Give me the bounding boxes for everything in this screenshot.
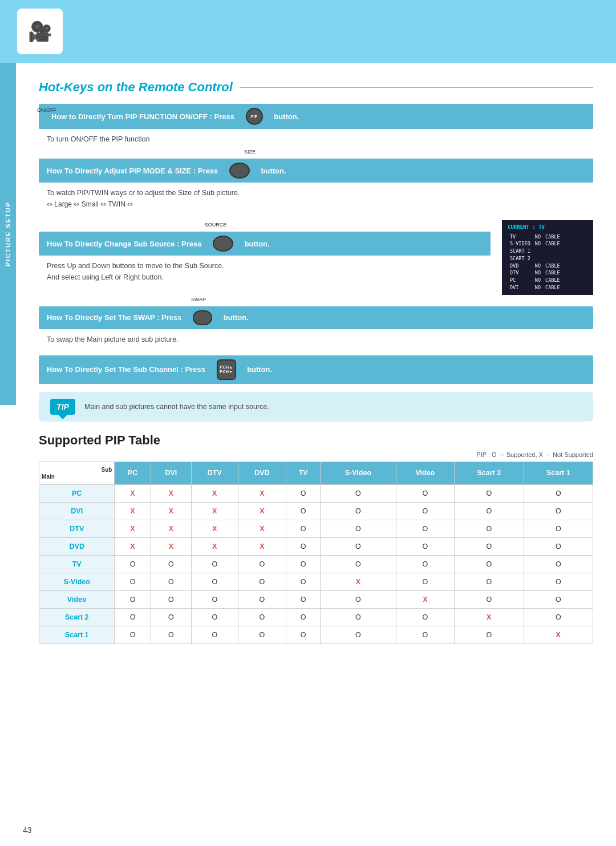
info-box-header: CURRENT : TV xyxy=(508,224,587,232)
source-row: SOURCE How To Directly Change Sub Source… xyxy=(39,220,593,295)
instruction-pip-source: SOURCE How To Directly Change Sub Source… xyxy=(39,220,593,295)
pip-table-row: TVOOOOOOOOO xyxy=(39,555,593,573)
instr-swap-text: How To Directly Set The SWAP : Press xyxy=(47,313,181,322)
pip-cell: O xyxy=(286,608,321,626)
pip-cell: O xyxy=(524,520,593,537)
instr-source-body2: And select using Left or Right button. xyxy=(47,272,483,283)
info-box-table: TVNOCABLE S-VIDEONOCABLE SCART 1 SCART 2… xyxy=(508,233,562,292)
pip-cell: O xyxy=(151,608,191,626)
pip-col-scart1: Scart 1 xyxy=(524,462,593,484)
pip-section-title: Supported PIP Table xyxy=(39,433,593,448)
pip-cell: O xyxy=(238,573,286,590)
instr-source-body1: Press Up and Down buttons to move to the… xyxy=(47,260,483,272)
pip-button: PIP xyxy=(246,108,263,125)
pip-row-label: DTV xyxy=(39,520,115,537)
pip-cell: O xyxy=(238,590,286,608)
pip-cell: O xyxy=(151,573,191,590)
main-content: Hot-Keys on the Remote Control ON/OFF Ho… xyxy=(16,63,616,655)
pip-cell: O xyxy=(115,626,151,643)
pip-cell: O xyxy=(115,608,151,626)
pip-table-row: S-VideoOOOOOXOOO xyxy=(39,573,593,590)
pip-row-label: Scart 2 xyxy=(39,608,115,626)
info-row-dvi: DVINOCABLE xyxy=(508,284,562,292)
section1-title: Hot-Keys on the Remote Control xyxy=(39,80,593,95)
pip-cell: O xyxy=(396,520,455,537)
instruction-body-swap: To swap the Main picture and sub picture… xyxy=(39,329,593,347)
instr-size-body1: To watch PIP/TWIN ways or to adjust the … xyxy=(47,187,585,199)
pip-cell: O xyxy=(396,502,455,520)
pip-cell: O xyxy=(396,537,455,555)
instr-channel-text: How To Directly Set The Sub Channel : Pr… xyxy=(47,365,205,374)
instruction-body-source: Press Up and Down buttons to move to the… xyxy=(39,256,491,285)
pip-cell: X xyxy=(192,520,238,537)
pip-row-label: Scart 1 xyxy=(39,626,115,643)
pip-cell: O xyxy=(524,502,593,520)
pip-cell: O xyxy=(192,555,238,573)
pip-cell: O xyxy=(396,484,455,502)
pip-col-scart2: Scart 2 xyxy=(455,462,524,484)
pip-corner-sub: Sub xyxy=(102,467,112,473)
pip-col-tv: TV xyxy=(286,462,321,484)
title-divider xyxy=(240,87,593,88)
instruction-header-channel: How To Directly Set The Sub Channel : Pr… xyxy=(39,355,593,384)
pip-cell: O xyxy=(455,555,524,573)
pip-cell: X xyxy=(396,590,455,608)
pip-cell: O xyxy=(455,484,524,502)
pip-cell: O xyxy=(396,555,455,573)
instr-source-text: How To Directly Change Sub Source : Pres… xyxy=(47,240,201,248)
pip-cell: O xyxy=(192,573,238,590)
label-above-source: SOURCE xyxy=(205,222,227,228)
sidebar: PICTURE SETUP xyxy=(0,63,16,405)
instr-size-body2: ⇔ Large ⇔ Small ⇔ TWIN ⇔ xyxy=(47,199,133,210)
pip-cell: O xyxy=(321,484,396,502)
pip-cell: O xyxy=(321,608,396,626)
page-number: 43 xyxy=(23,825,32,835)
instruction-header-onoff: ON/OFF How to Directly Turn PIP FUNCTION… xyxy=(39,104,593,129)
pip-cell: O xyxy=(151,590,191,608)
instruction-body-onoff: To turn ON/OFF the PIP function xyxy=(39,129,593,147)
tip-badge: TIP xyxy=(50,399,75,415)
info-row-scart1: SCART 1 xyxy=(508,248,562,255)
pip-corner-cell: Sub Main xyxy=(39,462,115,484)
size-button xyxy=(229,163,250,179)
pip-cell: O xyxy=(151,626,191,643)
pip-col-svideo: S-Video xyxy=(321,462,396,484)
instruction-header-size: SIZE How To Directly Adjust PIP MODE & S… xyxy=(39,159,593,183)
pip-table-header-row: Sub Main PC DVI DTV DVD TV S-Video Video… xyxy=(39,462,593,484)
pip-cell: O xyxy=(524,590,593,608)
instr-swap-suffix: button. xyxy=(224,313,249,322)
pip-cell: X xyxy=(151,520,191,537)
pip-cell: X xyxy=(238,520,286,537)
pip-cell: O xyxy=(286,555,321,573)
info-box: CURRENT : TV TVNOCABLE S-VIDEONOCABLE SC… xyxy=(502,220,593,295)
pip-row-label: S-Video xyxy=(39,573,115,590)
pip-col-dvi: DVI xyxy=(151,462,191,484)
pip-cell: O xyxy=(286,537,321,555)
pip-cell: O xyxy=(115,590,151,608)
pip-cell: O xyxy=(524,484,593,502)
pip-cell: O xyxy=(396,573,455,590)
instr-channel-suffix: button. xyxy=(247,365,272,374)
pip-cell: O xyxy=(238,555,286,573)
source-left: SOURCE How To Directly Change Sub Source… xyxy=(39,220,491,285)
pip-cell: X xyxy=(238,537,286,555)
pip-cell: O xyxy=(238,626,286,643)
pip-cell: X xyxy=(238,484,286,502)
pip-table-row: PCXXXXOOOOO xyxy=(39,484,593,502)
pip-cell: O xyxy=(192,608,238,626)
pip-row-label: DVD xyxy=(39,537,115,555)
pip-cell: O xyxy=(286,484,321,502)
pip-cell: O xyxy=(192,626,238,643)
instr-onoff-suffix: button. xyxy=(274,112,299,121)
pip-cell: X xyxy=(115,502,151,520)
instr-size-suffix: button. xyxy=(261,167,286,175)
pip-cell: O xyxy=(151,555,191,573)
label-above-swap: SWAP xyxy=(191,297,206,302)
instruction-pip-size: SIZE How To Directly Adjust PIP MODE & S… xyxy=(39,159,593,212)
info-row-pc: PCNOCABLE xyxy=(508,277,562,284)
pip-cell: O xyxy=(321,520,396,537)
instruction-header-source: SOURCE How To Directly Change Sub Source… xyxy=(39,232,491,256)
pip-cell: O xyxy=(286,626,321,643)
label-above-onoff: ON/OFF xyxy=(37,107,56,113)
pip-cell: O xyxy=(238,608,286,626)
